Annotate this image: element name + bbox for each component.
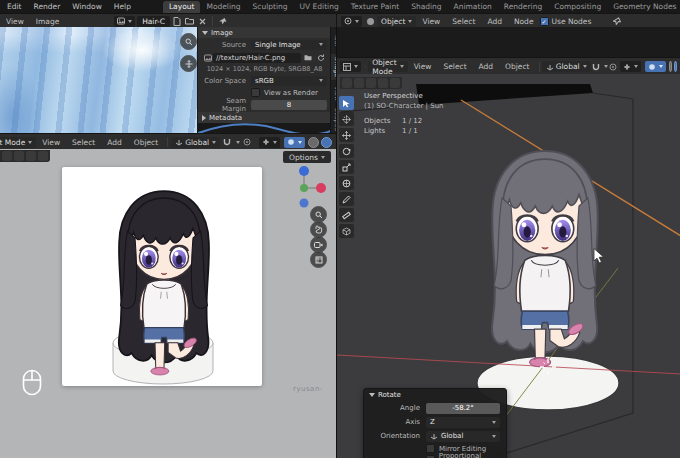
colorspace-dropdown[interactable]: sRGB [251, 76, 327, 86]
tab-shading[interactable]: Shading [405, 1, 447, 13]
right-orientation-dropdown[interactable]: Global [542, 61, 591, 72]
tool-option-icon[interactable] [38, 151, 48, 161]
rotate-panel-header[interactable]: Rotate [364, 389, 506, 401]
editor-type-button[interactable] [341, 16, 362, 27]
tool-option-icon[interactable] [390, 78, 400, 88]
left-mode-dropdown[interactable]: Object Mode [0, 137, 36, 148]
active-tool-icon[interactable] [342, 78, 352, 88]
shading-solid-icon[interactable] [669, 61, 672, 72]
left-menu-object[interactable]: Object [128, 138, 164, 147]
toggle-ortho-button[interactable] [310, 251, 327, 268]
reload-icon[interactable] [315, 52, 326, 63]
pin-icon[interactable] [611, 16, 622, 27]
left-orientation-dropdown[interactable]: Global [171, 137, 220, 148]
tab-rendering[interactable]: Rendering [498, 1, 548, 13]
right-menu-object[interactable]: Object [499, 62, 535, 71]
image-name-field[interactable]: Hair-C [137, 16, 170, 27]
tab-compositing[interactable]: Compositing [548, 1, 607, 13]
use-nodes-checkbox[interactable]: ✓ [540, 17, 549, 26]
active-tool-icon[interactable] [2, 151, 12, 161]
seam-margin-field[interactable]: 8 [251, 100, 327, 110]
image-browse-button[interactable] [114, 16, 135, 27]
character-model[interactable] [456, 138, 634, 381]
right-menu-view[interactable]: View [408, 62, 438, 71]
metadata-panel-header[interactable]: Metadata [198, 112, 331, 123]
pin-icon[interactable] [217, 16, 228, 27]
right-viewport-canvas[interactable]: User Perspective (1) SO-Character | Sun … [336, 74, 680, 458]
shader-menu-select[interactable]: Select [446, 17, 481, 26]
image-menu-view[interactable]: View [0, 17, 30, 26]
shader-editor-canvas[interactable] [336, 27, 680, 57]
mirror-editing-checkbox[interactable] [426, 444, 435, 453]
image-editor-canvas[interactable] [0, 27, 197, 133]
shading-solid-icon[interactable] [308, 137, 319, 148]
left-menu-view[interactable]: View [36, 138, 66, 147]
unlink-image-icon[interactable] [197, 16, 208, 27]
pan-gizmo-button[interactable] [180, 55, 197, 72]
object-sphere-icon [366, 17, 375, 26]
shader-type-dropdown[interactable]: Object [377, 16, 416, 27]
tab-layout[interactable]: Layout [163, 1, 201, 13]
tool-add-primitive[interactable] [339, 224, 354, 238]
shader-menu-node[interactable]: Node [508, 17, 540, 26]
proportional-editing-icon[interactable] [609, 61, 617, 72]
tool-transform[interactable] [339, 176, 354, 190]
proportional-editing-icon[interactable] [241, 137, 252, 148]
left-menu-select[interactable]: Select [66, 138, 101, 147]
left-viewport-canvas[interactable]: Options [0, 149, 336, 458]
right-mode-dropdown[interactable]: Object Mode [368, 61, 407, 72]
new-image-icon[interactable] [171, 16, 182, 27]
left-gizmos-button[interactable] [259, 137, 280, 148]
image-panel-header[interactable]: Image [198, 27, 331, 38]
tab-texture-paint[interactable]: Texture Paint [345, 1, 405, 13]
tool-option-icon[interactable] [366, 78, 376, 88]
zoom-gizmo-button[interactable] [180, 33, 197, 50]
image-sidebar-panel: Image Source Single Image //texture/Hair… [197, 27, 331, 133]
source-label: Source [202, 41, 251, 49]
tool-scale[interactable] [339, 160, 354, 174]
tool-rotate[interactable] [339, 144, 354, 158]
snap-magnet-icon[interactable] [592, 61, 600, 72]
shader-menu-view[interactable]: View [416, 17, 446, 26]
editor-type-button[interactable] [340, 61, 361, 72]
image-menu-image[interactable]: Image [30, 17, 66, 26]
orientation-dropdown[interactable]: Global [426, 431, 500, 442]
right-menu-select[interactable]: Select [437, 62, 472, 71]
view-as-render-checkbox[interactable] [251, 88, 260, 97]
filepath-field[interactable]: //texture/Hair-C.png [213, 53, 301, 63]
shading-material-icon[interactable] [674, 61, 677, 72]
snap-magnet-icon[interactable] [221, 137, 232, 148]
left-menu-add[interactable]: Add [101, 138, 128, 147]
menu-window[interactable]: Window [66, 2, 108, 11]
shading-material-icon[interactable] [321, 137, 332, 148]
open-image-folder-icon[interactable] [184, 16, 195, 27]
right-gizmos-button[interactable] [620, 61, 641, 72]
tool-option-icon[interactable] [26, 151, 36, 161]
shader-menu-add[interactable]: Add [481, 17, 508, 26]
tab-uv-editing[interactable]: UV Editing [294, 1, 345, 13]
tool-cursor[interactable] [339, 112, 354, 126]
tab-modeling[interactable]: Modeling [200, 1, 246, 13]
menu-edit[interactable]: Edit [1, 2, 28, 11]
left-overlays-button[interactable] [284, 137, 305, 148]
right-menu-add[interactable]: Add [473, 62, 500, 71]
tool-option-icon[interactable] [378, 78, 388, 88]
tab-sculpting[interactable]: Sculpting [247, 1, 294, 13]
tool-select-box[interactable] [339, 96, 354, 110]
tool-move[interactable] [339, 128, 354, 142]
open-file-icon[interactable] [302, 52, 313, 63]
source-dropdown[interactable]: Single Image [251, 40, 327, 50]
orientation-label: Orientation [370, 432, 426, 440]
tool-option-icon[interactable] [14, 151, 24, 161]
menu-render[interactable]: Render [28, 2, 67, 11]
axis-dropdown[interactable]: Z [426, 417, 500, 428]
view-axis-gizmo[interactable] [290, 162, 330, 208]
right-overlays-button[interactable] [645, 61, 666, 72]
tool-option-icon[interactable] [354, 78, 364, 88]
menu-help[interactable]: Help [108, 2, 137, 11]
tool-annotate[interactable] [339, 192, 354, 206]
tab-geometry-nodes[interactable]: Geometry Nodes [607, 1, 680, 13]
tab-animation[interactable]: Animation [448, 1, 498, 13]
tool-measure[interactable] [339, 208, 354, 222]
angle-slider[interactable]: -58.2° [426, 403, 500, 414]
